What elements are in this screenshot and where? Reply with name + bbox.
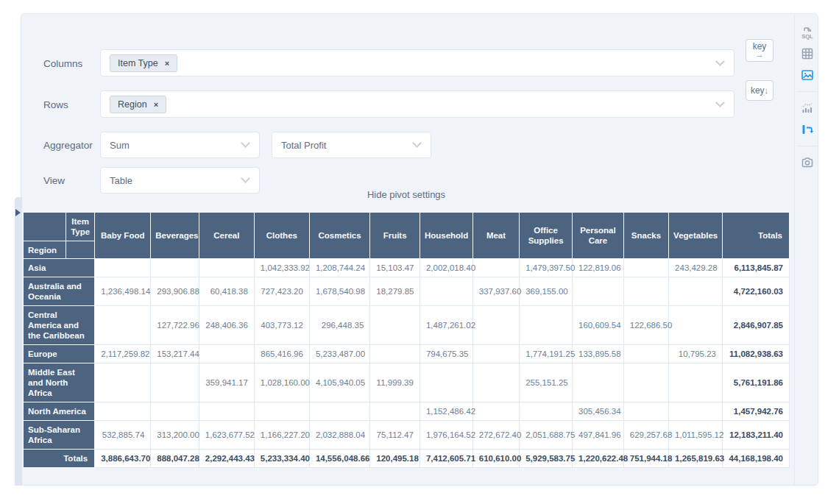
value-cell — [623, 259, 668, 277]
value-cell: 2,051,688.75 — [520, 421, 573, 450]
value-cell — [472, 259, 519, 277]
value-cell — [669, 306, 723, 345]
value-cell: 293,906.88 — [151, 277, 199, 306]
value-cell: 497,841.96 — [573, 421, 624, 450]
table-view-icon[interactable] — [799, 46, 815, 62]
value-cell: 153,217.44 — [151, 345, 199, 363]
value-cell — [669, 402, 723, 421]
value-cell — [151, 402, 199, 421]
corner-empty-cell-2 — [66, 241, 95, 259]
value-cell — [520, 402, 573, 421]
screenshot-camera-icon[interactable] — [799, 155, 815, 171]
aggregator-select[interactable]: Sum — [100, 132, 260, 158]
row-total-cell: 2,846,907.85 — [723, 306, 790, 345]
value-cell: 313,200.00 — [151, 421, 199, 450]
col-total-cell: 751,944.18 — [623, 450, 668, 468]
col-header: Clothes — [254, 213, 309, 259]
row-attr-header: Region — [24, 241, 66, 259]
chip-region-label: Region — [118, 99, 147, 110]
value-cell — [370, 345, 420, 363]
aggregator-field-value: Total Profit — [281, 140, 326, 151]
value-cell — [95, 306, 151, 345]
value-cell: 629,257.68 — [623, 421, 668, 450]
table-row: Asia1,042,333.921,208,744.2415,103.472,0… — [24, 259, 790, 277]
col-header: Snacks — [623, 213, 668, 259]
row-total-cell: 1,457,942.76 — [723, 402, 790, 421]
columns-dropzone[interactable]: Item Type × — [100, 49, 734, 77]
value-cell: 60,418.38 — [199, 277, 254, 306]
view-value: Table — [110, 175, 132, 186]
value-cell: 1,208,744.24 — [309, 259, 369, 277]
value-cell — [199, 259, 254, 277]
key-label: key — [751, 85, 765, 96]
rows-dropzone[interactable]: Region × — [100, 90, 734, 118]
view-label: View — [43, 175, 65, 186]
settings-collapse-handle[interactable] — [15, 197, 22, 486]
aggregator-field-select[interactable]: Total Profit — [272, 132, 431, 158]
value-cell: 369,155.00 — [520, 277, 573, 306]
value-cell: 18,279.85 — [370, 277, 420, 306]
value-cell — [370, 402, 420, 421]
value-cell: 532,885.74 — [95, 421, 151, 450]
arrow-right-icon: → — [746, 51, 773, 59]
chip-region[interactable]: Region × — [110, 96, 166, 113]
chart-view-icon[interactable] — [799, 100, 815, 116]
totals-row: Totals3,886,643.70888,047.282,292,443.43… — [24, 450, 790, 468]
col-header: Baby Food — [95, 213, 151, 259]
value-cell: 1,487,261.02 — [420, 306, 472, 345]
value-cell — [199, 402, 254, 421]
value-cell: 337,937.60 — [472, 277, 519, 306]
grand-total-cell: 44,168,198.40 — [723, 450, 790, 468]
rows-sort-key-button[interactable]: key↓ — [746, 80, 773, 101]
value-cell: 2,117,259.82 — [95, 345, 151, 363]
value-cell: 1,011,595.12 — [669, 421, 723, 450]
value-cell: 127,722.96 — [151, 306, 199, 345]
row-total-cell: 5,761,191.86 — [723, 363, 790, 402]
table-row: Central America and the Caribbean127,722… — [24, 306, 790, 345]
value-cell: 122,686.50 — [623, 306, 668, 345]
value-cell: 248,406.36 — [199, 306, 254, 345]
value-cell: 727,423.20 — [254, 277, 309, 306]
columns-sort-key-button[interactable]: key → — [746, 39, 773, 62]
table-row: Sub-Saharan Africa532,885.74313,200.001,… — [24, 421, 790, 450]
column-attr-header: Item Type — [66, 213, 95, 241]
value-cell — [95, 402, 151, 421]
value-cell — [623, 345, 668, 363]
chip-item-type-label: Item Type — [118, 58, 158, 68]
pivot-table-container: Item TypeBaby FoodBeveragesCerealClothes… — [23, 212, 790, 468]
value-cell: 296,448.35 — [309, 306, 369, 345]
value-cell: 1,152,486.42 — [420, 402, 472, 421]
chevron-down-icon — [715, 98, 725, 107]
table-row: Middle East and North Africa359,941.171,… — [24, 363, 790, 402]
table-row: Europe2,117,259.82153,217.44865,416.965,… — [24, 345, 790, 363]
value-cell: 794,675.35 — [420, 345, 472, 363]
value-cell — [472, 306, 519, 345]
value-cell: 160,609.54 — [573, 306, 624, 345]
value-cell: 1,166,227.20 — [254, 421, 309, 450]
remove-icon[interactable]: × — [154, 100, 158, 109]
col-total-cell: 5,233,334.40 — [254, 450, 309, 468]
value-cell: 5,233,487.00 — [309, 345, 369, 363]
col-total-cell: 888,047.28 — [151, 450, 199, 468]
hide-pivot-settings-link[interactable]: Hide pivot settings — [23, 189, 790, 200]
value-cell: 10,795.23 — [669, 345, 723, 363]
value-cell: 1,976,164.52 — [420, 421, 472, 450]
col-header: Meat — [472, 213, 519, 259]
remove-icon[interactable]: × — [165, 59, 169, 68]
row-header: Europe — [24, 345, 95, 363]
image-view-icon[interactable] — [799, 67, 815, 83]
col-header: Fruits — [370, 213, 420, 259]
value-cell: 2,002,018.40 — [420, 259, 472, 277]
table-row: Australia and Oceania1,236,498.14293,906… — [24, 277, 790, 306]
chip-item-type[interactable]: Item Type × — [110, 54, 177, 72]
col-header: Personal Care — [573, 213, 624, 259]
value-cell — [520, 306, 573, 345]
value-cell: 865,416.96 — [254, 345, 309, 363]
pivot-view-icon[interactable] — [799, 121, 815, 138]
value-cell — [95, 259, 151, 277]
col-total-cell: 1,265,819.63 — [669, 450, 723, 468]
columns-label: Columns — [43, 58, 82, 69]
value-cell: 1,623,677.52 — [199, 421, 254, 450]
sql-icon[interactable]: SQL — [799, 24, 815, 40]
pivot-settings-card: Columns Item Type × key → Rows Region × … — [21, 13, 818, 486]
